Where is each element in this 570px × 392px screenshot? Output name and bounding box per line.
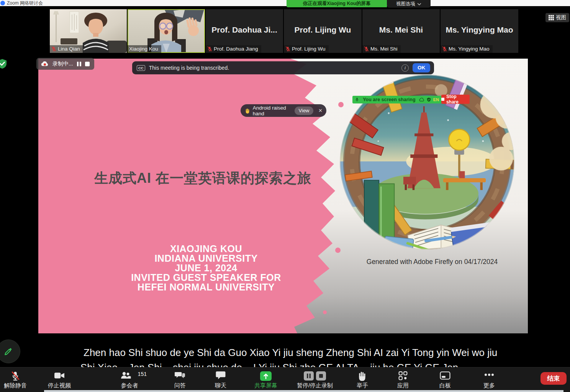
language-badge[interactable]: EN <box>433 97 439 102</box>
apps-icon <box>398 371 408 381</box>
participant-name-label: Ms. Yingying Mao <box>441 45 493 53</box>
grid-view-icon <box>549 15 554 20</box>
raised-hand-icon <box>245 108 250 114</box>
security-shield-icon[interactable] <box>0 59 7 69</box>
view-options-button[interactable]: 视图选项 <box>387 0 431 8</box>
closed-caption-icon: CC <box>137 65 145 71</box>
screen-sharing-banner: You are screen sharing EN <box>352 96 441 103</box>
mic-muted-icon <box>364 46 369 51</box>
pencil-icon <box>3 346 13 356</box>
video-tile-yingying-mao[interactable]: Ms. Yingying Mao Ms. Yingying Mao <box>441 9 518 53</box>
whiteboard-button[interactable]: 白板 <box>422 367 468 392</box>
mic-muted-icon <box>285 46 290 51</box>
window-title: Zoom 网络研讨会 <box>7 0 43 6</box>
close-icon[interactable]: ✕ <box>318 108 323 113</box>
video-tile-lijing-wu[interactable]: Prof. Lijing Wu Prof. Lijing Wu <box>284 9 362 53</box>
participants-button[interactable]: 151 参会者 <box>106 367 152 392</box>
participant-name-label: Xiaojing Kou <box>128 45 161 53</box>
raised-hand-view-button[interactable]: View <box>295 107 313 115</box>
qa-button[interactable]: 问答 <box>157 367 203 392</box>
mic-muted-icon <box>207 46 212 51</box>
recording-label: 录制中... <box>52 61 73 67</box>
participant-display-name: Ms. Yingying Mao <box>441 25 518 34</box>
pause-recording-icon[interactable] <box>77 62 81 66</box>
stop-square-icon <box>441 98 444 101</box>
participant-name-label: Prof. Lijing Wu <box>284 45 329 53</box>
more-button[interactable]: 更多 <box>466 367 512 392</box>
recording-indicator: 录制中... <box>36 58 94 70</box>
participant-display-name: Ms. Mei Shi <box>362 25 440 34</box>
mic-icon <box>355 97 359 102</box>
gallery-view-button[interactable]: 视图 <box>545 13 569 22</box>
speaker-line: JUNE 1, 2024 <box>129 263 283 273</box>
speaker-line: INVITED GUEST SPEAKER FOR <box>129 273 283 282</box>
raise-hand-icon <box>358 371 367 381</box>
participant-name-label: Ms. Mei Shi <box>362 45 401 53</box>
slide-title: 生成式AI 在一堂英语课的探索之旅 <box>94 169 339 188</box>
end-meeting-button[interactable]: 结束 <box>541 372 567 385</box>
pause-stop-recording-icons <box>303 371 327 381</box>
annotation-pencil-button[interactable] <box>0 340 20 363</box>
live-caption-line2: Shi Xiao... Jen Shi... shei jiu shuo de.… <box>80 362 563 367</box>
zoom-app-icon <box>0 1 5 5</box>
zoom-webinar-window: Zoom 网络研讨会 你正在观看Xiaojing Kou的屏幕 视图选项 <box>0 0 570 392</box>
participant-name-label: Lina Qian <box>50 45 83 53</box>
transcription-notice-bar: CC This meeting is being transcribed. i … <box>132 61 434 74</box>
share-screen-button[interactable]: 共享屏幕 <box>243 367 289 392</box>
camera-icon <box>54 371 65 380</box>
window-titlebar: Zoom 网络研讨会 <box>0 0 570 6</box>
share-screen-icon <box>260 371 272 381</box>
background-window-edge <box>44 390 563 392</box>
shield-icon <box>427 97 431 102</box>
watching-screen-banner: 你正在观看Xiaojing Kou的屏幕 <box>287 0 387 7</box>
unmute-button[interactable]: 解除静音 <box>0 367 38 392</box>
slide-speaker-block: XIAOJING KOU INDIANA UNIVERSITY JUNE 1, … <box>129 244 283 292</box>
raise-hand-button[interactable]: 举手 <box>339 367 385 392</box>
whiteboard-icon <box>440 371 450 380</box>
chevron-down-icon <box>417 3 421 6</box>
meeting-toolbar: 解除静音 停止视频 151 参会者 <box>0 367 570 392</box>
chat-button[interactable]: 聊天 <box>198 367 244 392</box>
pause-stop-recording-button[interactable]: 暂停/停止录制 <box>284 367 346 392</box>
stop-share-button[interactable]: Stop share <box>441 95 470 104</box>
participants-count: 151 <box>138 371 147 377</box>
sharing-message: You are screen sharing <box>362 97 417 102</box>
view-options-label: 视图选项 <box>396 1 415 7</box>
speaker-line: XIAOJING KOU <box>129 244 283 254</box>
transcription-ok-button[interactable]: OK <box>413 63 430 72</box>
apps-button[interactable]: 应用 <box>380 367 426 392</box>
gallery-view-label: 视图 <box>556 14 566 21</box>
video-tile-lina-qian[interactable]: Lina Qian <box>50 9 127 53</box>
live-caption-line1: Zhen hao Shi shuo de ye Shi da Guo Xiao … <box>84 347 566 359</box>
mic-muted-icon <box>442 46 447 51</box>
cloud-recording-icon <box>41 61 49 67</box>
raised-hand-notification: Android raised hand View ✕ <box>241 104 326 117</box>
transcription-message: This meeting is being transcribed. <box>149 65 229 71</box>
qa-bubbles-icon <box>175 371 185 380</box>
firefly-credit-caption: Generated with Adobe Firefly on 04/17/20… <box>363 258 501 266</box>
raised-hand-message: Android raised hand <box>253 105 292 116</box>
stop-recording-icon[interactable] <box>85 62 90 66</box>
stop-video-button[interactable]: 停止视频 <box>36 367 82 392</box>
speaker-line: HEFEI NORMAL UNIVERSITY <box>129 282 283 292</box>
participant-display-name: Prof. Daohua Ji... <box>206 25 283 34</box>
cloud-icon <box>419 98 424 102</box>
participants-icon <box>120 371 131 380</box>
chat-bubble-icon <box>216 371 226 380</box>
participant-display-name: Prof. Lijing Wu <box>284 25 362 34</box>
participant-name-label: Prof. Daohua Jiang <box>206 45 261 53</box>
speaker-line: INDIANA UNIVERSITY <box>129 254 283 263</box>
video-tile-xiaojing-kou[interactable]: Xiaojing Kou <box>128 9 205 53</box>
firefly-illustration <box>336 62 518 262</box>
video-tile-mei-shi[interactable]: Ms. Mei Shi Ms. Mei Shi <box>362 9 440 53</box>
mic-muted-icon <box>10 371 20 381</box>
more-dots-icon <box>484 373 494 376</box>
video-tile-daohua-jiang[interactable]: Prof. Daohua Ji... Prof. Daohua Jiang <box>206 9 283 53</box>
mic-muted-icon <box>51 46 56 51</box>
info-icon[interactable]: i <box>401 64 409 72</box>
